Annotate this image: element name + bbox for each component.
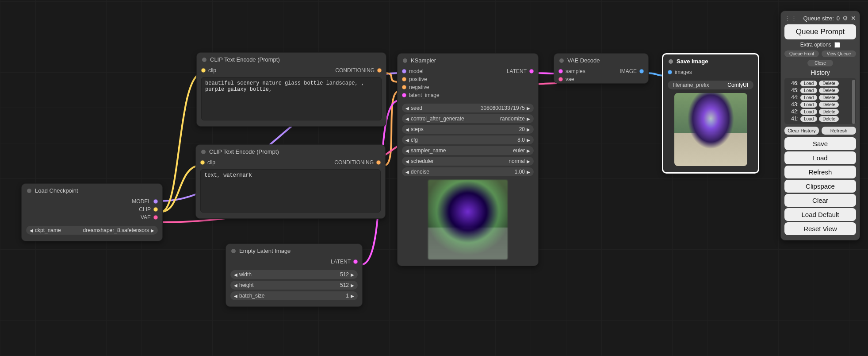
node-ksampler[interactable]: KSampler model LATENT positive negative … <box>397 53 539 266</box>
view-queue-button[interactable]: View Queue <box>822 50 856 57</box>
history-load-button[interactable]: Load <box>800 95 817 101</box>
widget-denoise[interactable]: ◀denoise1.00▶ <box>402 167 534 176</box>
node-header[interactable]: CLIP Text Encode (Prompt) <box>197 53 386 66</box>
node-header[interactable]: Empty Latent Image <box>226 244 362 258</box>
node-empty-latent-image[interactable]: Empty Latent Image LATENT ◀width512▶ ◀he… <box>226 244 363 307</box>
output-port-conditioning[interactable]: CONDITIONING <box>335 67 382 74</box>
history-delete-button[interactable]: Delete <box>819 81 839 86</box>
drag-handle-icon[interactable]: ⋮⋮ <box>784 15 798 22</box>
chevron-left-icon[interactable]: ◀ <box>234 272 237 277</box>
node-vae-decode[interactable]: VAE Decode samples IMAGE vae <box>554 53 649 84</box>
output-port-vae[interactable]: VAE <box>141 214 158 221</box>
chevron-left-icon[interactable]: ◀ <box>405 138 409 143</box>
history-delete-button[interactable]: Delete <box>819 95 839 101</box>
collapse-toggle-icon[interactable] <box>27 189 31 193</box>
save-button[interactable]: Save <box>784 137 856 150</box>
clear-button[interactable]: Clear <box>784 194 856 207</box>
output-port-model[interactable]: MODEL <box>132 198 158 205</box>
history-delete-button[interactable]: Delete <box>819 102 839 108</box>
node-header[interactable]: CLIP Text Encode (Prompt) <box>196 145 385 159</box>
history-load-button[interactable]: Load <box>800 116 817 122</box>
chevron-left-icon[interactable]: ◀ <box>234 294 237 298</box>
node-header[interactable]: Load Checkpoint <box>22 184 162 197</box>
collapse-toggle-icon[interactable] <box>403 58 407 63</box>
history-load-button[interactable]: Load <box>800 109 817 115</box>
chevron-left-icon[interactable]: ◀ <box>234 283 237 288</box>
widget-sampler-name[interactable]: ◀sampler_nameeuler▶ <box>402 146 534 155</box>
chevron-left-icon[interactable]: ◀ <box>405 148 409 153</box>
output-port-latent[interactable]: LATENT <box>331 259 358 265</box>
chevron-right-icon[interactable]: ▶ <box>351 272 354 277</box>
input-port-vae[interactable]: vae <box>558 76 574 82</box>
control-panel[interactable]: ⋮⋮ Queue size: 0 ⚙ ✕ Queue Prompt Extra … <box>780 11 860 240</box>
gear-icon[interactable]: ⚙ <box>842 15 848 22</box>
chevron-right-icon[interactable]: ▶ <box>527 148 530 153</box>
collapse-toggle-icon[interactable] <box>201 150 206 154</box>
chevron-left-icon[interactable]: ◀ <box>30 228 33 233</box>
history-delete-button[interactable]: Delete <box>819 116 839 122</box>
input-port-model[interactable]: model <box>402 68 424 74</box>
node-clip-text-encode-negative[interactable]: CLIP Text Encode (Prompt) clip CONDITION… <box>195 144 386 219</box>
collapse-toggle-icon[interactable] <box>202 58 206 62</box>
output-image[interactable] <box>674 93 747 166</box>
prompt-textarea[interactable] <box>201 77 382 120</box>
output-port-conditioning[interactable]: CONDITIONING <box>334 159 381 166</box>
clear-history-button[interactable]: Clear History <box>784 127 819 135</box>
widget-batch-size[interactable]: ◀batch_size1▶ <box>230 291 358 300</box>
load-button[interactable]: Load <box>784 151 856 164</box>
node-clip-text-encode-positive[interactable]: CLIP Text Encode (Prompt) clip CONDITION… <box>196 52 386 127</box>
scrollbar[interactable] <box>852 80 855 124</box>
input-port-positive[interactable]: positive <box>402 76 427 82</box>
queue-front-button[interactable]: Queue Front <box>784 50 819 57</box>
chevron-right-icon[interactable]: ▶ <box>151 228 154 233</box>
widget-steps[interactable]: ◀steps20▶ <box>402 125 534 134</box>
close-button[interactable]: Close <box>807 60 833 66</box>
collapse-toggle-icon[interactable] <box>669 59 673 64</box>
input-port-clip[interactable]: clip <box>200 159 215 166</box>
node-load-checkpoint[interactable]: Load Checkpoint MODEL CLIP VAE ◀ ckpt_na… <box>21 183 163 241</box>
history-load-button[interactable]: Load <box>800 102 817 108</box>
history-list[interactable]: 46:LoadDelete45:LoadDelete44:LoadDelete4… <box>784 78 856 124</box>
widget-height[interactable]: ◀height512▶ <box>230 281 358 290</box>
history-delete-button[interactable]: Delete <box>819 88 839 93</box>
input-port-samples[interactable]: samples <box>558 68 585 74</box>
chevron-right-icon[interactable]: ▶ <box>527 159 530 164</box>
clipspace-button[interactable]: Clipspace <box>784 180 856 193</box>
chevron-right-icon[interactable]: ▶ <box>527 138 530 143</box>
chevron-left-icon[interactable]: ◀ <box>405 116 409 121</box>
extra-options-checkbox[interactable] <box>834 42 840 48</box>
input-port-negative[interactable]: negative <box>402 84 429 90</box>
input-port-images[interactable]: images <box>668 69 692 75</box>
load-default-button[interactable]: Load Default <box>784 208 856 221</box>
prompt-textarea[interactable] <box>200 169 381 213</box>
widget-control-after-generate[interactable]: ◀control_after_generaterandomize▶ <box>402 114 534 123</box>
chevron-left-icon[interactable]: ◀ <box>405 170 409 174</box>
close-icon[interactable]: ✕ <box>851 15 856 22</box>
widget-cfg[interactable]: ◀cfg8.0▶ <box>402 135 534 144</box>
input-port-latent-image[interactable]: latent_image <box>402 92 440 98</box>
widget-width[interactable]: ◀width512▶ <box>230 270 358 279</box>
collapse-toggle-icon[interactable] <box>559 58 564 63</box>
chevron-right-icon[interactable]: ▶ <box>527 116 530 121</box>
output-port-latent[interactable]: LATENT <box>507 68 534 74</box>
chevron-right-icon[interactable]: ▶ <box>527 127 530 132</box>
input-port-clip[interactable]: clip <box>201 67 216 74</box>
chevron-right-icon[interactable]: ▶ <box>351 294 354 298</box>
chevron-right-icon[interactable]: ▶ <box>351 283 354 288</box>
widget-ckpt-name[interactable]: ◀ ckpt_name dreamshaper_8.safetensors ▶ <box>26 226 158 235</box>
chevron-right-icon[interactable]: ▶ <box>527 170 530 174</box>
output-port-image[interactable]: IMAGE <box>619 68 644 74</box>
refresh-button[interactable]: Refresh <box>784 166 856 178</box>
node-header[interactable]: VAE Decode <box>554 54 648 67</box>
reset-view-button[interactable]: Reset View <box>784 222 856 235</box>
node-header[interactable]: Save Image <box>663 54 758 68</box>
widget-filename-prefix[interactable]: filename_prefix ComfyUI <box>668 81 753 89</box>
chevron-right-icon[interactable]: ▶ <box>527 106 530 111</box>
node-save-image[interactable]: Save Image images filename_prefix ComfyU… <box>662 53 759 174</box>
output-port-clip[interactable]: CLIP <box>139 206 158 213</box>
chevron-left-icon[interactable]: ◀ <box>405 127 409 132</box>
chevron-left-icon[interactable]: ◀ <box>405 106 409 111</box>
history-delete-button[interactable]: Delete <box>819 109 839 115</box>
refresh-history-button[interactable]: Refresh <box>822 127 856 135</box>
node-header[interactable]: KSampler <box>398 54 538 67</box>
